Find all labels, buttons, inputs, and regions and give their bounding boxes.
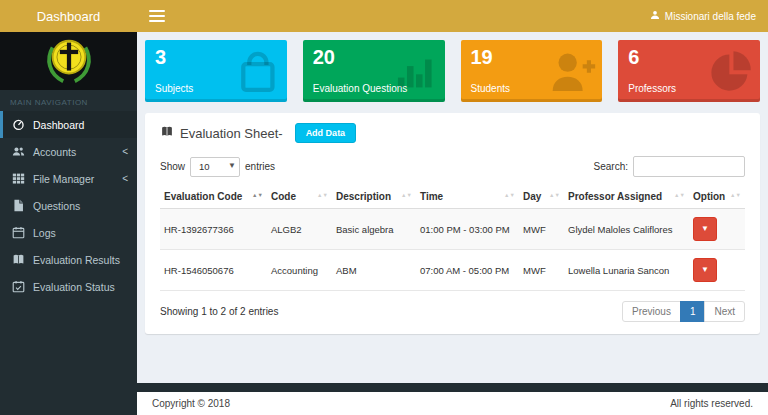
user-name: Missionari della fede: [665, 11, 756, 22]
book-icon: [160, 124, 174, 142]
sidebar-item-accounts[interactable]: Accounts <: [0, 138, 137, 165]
cell-day: MWF: [519, 209, 564, 250]
sidebar-toggle-icon[interactable]: [149, 10, 165, 22]
sidebar-item-file-manager[interactable]: File Manager <: [0, 165, 137, 192]
cell-evaluation-code: HR-1546050676: [160, 250, 267, 291]
column-header-code[interactable]: Code▲▼: [267, 186, 332, 209]
sort-icon: ▲▼: [674, 193, 685, 199]
column-header-option[interactable]: Option▲▼: [689, 186, 745, 209]
cell-description: ABM: [332, 250, 416, 291]
logo-panel: [0, 32, 137, 90]
sidebar-item-label: Questions: [33, 200, 80, 212]
cell-evaluation-code: HR-1392677366: [160, 209, 267, 250]
school-emblem-logo: [40, 32, 98, 90]
search-label: Search:: [594, 161, 628, 172]
row-options-dropdown-button[interactable]: ▼: [693, 217, 717, 241]
sidebar-item-label: Evaluation Status: [33, 281, 115, 293]
table-row: HR-1546050676 Accounting ABM 07:00 AM - …: [160, 250, 745, 291]
column-header-evaluation-code[interactable]: Evaluation Code▲▼: [160, 186, 267, 209]
table-header-row: Evaluation Code▲▼ Code▲▼ Description▲▼ T…: [160, 186, 745, 209]
cell-time: 01:00 PM - 03:00 PM: [416, 209, 519, 250]
brand-title[interactable]: Dashboard: [0, 0, 137, 32]
caret-down-icon: ▼: [701, 265, 709, 274]
rights-text: All rights reserved.: [670, 398, 753, 409]
navbar: Missionari della fede: [137, 0, 768, 32]
cell-professor: Glydel Maloles Califlores: [564, 209, 689, 250]
stat-card-evaluation-questions: 20 Evaluation Questions: [303, 40, 445, 102]
column-header-description[interactable]: Description▲▼: [332, 186, 416, 209]
stat-card-professors: 6 Professors: [618, 40, 760, 102]
copyright-text: Copyright © 2018: [152, 398, 230, 409]
entries-select[interactable]: 10: [190, 157, 240, 177]
dashboard-icon: [12, 118, 25, 131]
chevron-left-icon: <: [122, 173, 128, 184]
bar-chart-icon: [393, 48, 439, 94]
sidebar-item-logs[interactable]: Logs: [0, 219, 137, 246]
page-footer: Copyright © 2018 All rights reserved.: [137, 392, 768, 415]
column-header-day[interactable]: Day▲▼: [519, 186, 564, 209]
stat-label: Professors: [628, 83, 676, 94]
sidebar-item-dashboard[interactable]: Dashboard: [0, 111, 137, 138]
column-header-professor-assigned[interactable]: Professor Assigned▲▼: [564, 186, 689, 209]
book-icon: [12, 253, 25, 266]
stat-label: Students: [471, 83, 510, 94]
sidebar-item-questions[interactable]: Questions: [0, 192, 137, 219]
add-data-button[interactable]: Add Data: [295, 123, 357, 143]
table-info-text: Showing 1 to 2 of 2 entries: [160, 306, 278, 317]
chevron-left-icon: <: [122, 146, 128, 157]
sort-icon: ▲▼: [317, 193, 328, 199]
user-icon: [650, 10, 660, 22]
sidebar-item-label: File Manager: [33, 173, 94, 185]
show-label: Show: [160, 161, 185, 172]
sidebar-item-evaluation-results[interactable]: Evaluation Results: [0, 246, 137, 273]
sidebar-item-label: Evaluation Results: [33, 254, 120, 266]
stat-card-subjects: 3 Subjects: [145, 40, 287, 102]
cell-time: 07:00 AM - 05:00 PM: [416, 250, 519, 291]
stat-cards: 3 Subjects 20 Evaluation Questions 19 St…: [145, 40, 760, 102]
file-icon: [12, 199, 25, 212]
users-icon: [12, 145, 25, 158]
sort-icon: ▲▼: [549, 193, 560, 199]
sidebar-item-label: Accounts: [33, 146, 76, 158]
caret-down-icon: ▼: [701, 224, 709, 233]
cell-code: ALGB2: [267, 209, 332, 250]
sort-icon: ▲▼: [504, 193, 515, 199]
grid-icon: [12, 172, 25, 185]
user-menu[interactable]: Missionari della fede: [650, 10, 756, 22]
table-row: HR-1392677366 ALGB2 Basic algebra 01:00 …: [160, 209, 745, 250]
calendar-icon: [12, 226, 25, 239]
sort-icon: ▲▼: [401, 193, 412, 199]
stat-label: Subjects: [155, 83, 193, 94]
cell-code: Accounting: [267, 250, 332, 291]
panel-title: Evaluation Sheet-: [180, 126, 283, 141]
pie-chart-icon: [708, 48, 754, 94]
search-input[interactable]: [633, 156, 745, 177]
entries-label: entries: [245, 161, 275, 172]
pagination-page-1-button[interactable]: 1: [680, 301, 706, 322]
pagination-next-button[interactable]: Next: [704, 301, 745, 322]
sidebar-item-evaluation-status[interactable]: Evaluation Status: [0, 273, 137, 300]
user-plus-icon: [546, 47, 596, 95]
row-options-dropdown-button[interactable]: ▼: [693, 258, 717, 282]
evaluation-sheet-panel: Evaluation Sheet- Add Data Show 10 ▼ ent…: [145, 113, 760, 334]
content-area: 3 Subjects 20 Evaluation Questions 19 St…: [137, 32, 768, 383]
sidebar: MAIN NAVIGATION Dashboard Accounts < Fil…: [0, 32, 137, 415]
cell-description: Basic algebra: [332, 209, 416, 250]
stat-card-students: 19 Students: [461, 40, 603, 102]
calendar-check-icon: [12, 280, 25, 293]
cell-day: MWF: [519, 250, 564, 291]
column-header-time[interactable]: Time▲▼: [416, 186, 519, 209]
shopping-bag-icon: [233, 47, 281, 95]
sidebar-item-label: Logs: [33, 227, 56, 239]
pagination: Previous 1 Next: [623, 301, 745, 322]
sidebar-section-label: MAIN NAVIGATION: [0, 90, 137, 111]
sort-icon: ▲▼: [252, 193, 263, 199]
sidebar-menu: Dashboard Accounts < File Manager < Ques…: [0, 111, 137, 300]
top-navbar: Dashboard Missionari della fede: [0, 0, 768, 32]
sidebar-item-label: Dashboard: [33, 119, 84, 131]
evaluation-table: Evaluation Code▲▼ Code▲▼ Description▲▼ T…: [160, 186, 745, 291]
cell-professor: Lowella Lunaria Sancon: [564, 250, 689, 291]
pagination-previous-button[interactable]: Previous: [622, 301, 681, 322]
sort-icon: ▲▼: [730, 193, 741, 199]
